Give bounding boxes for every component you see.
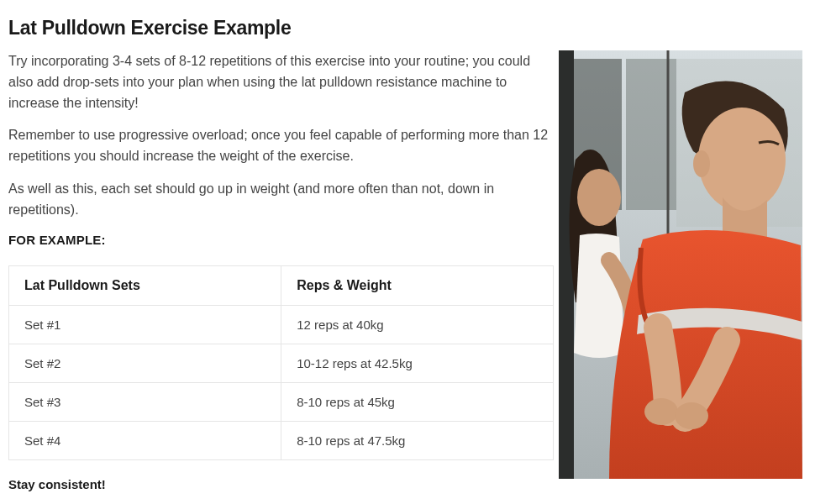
table-header-row: Lat Pulldown Sets Reps & Weight — [9, 265, 554, 305]
intro-paragraph-1: Try incorporating 3-4 sets of 8-12 repet… — [8, 51, 554, 113]
intro-paragraph-2: Remember to use progressive overload; on… — [8, 125, 554, 167]
hero-image — [559, 50, 802, 479]
table-header-reps: Reps & Weight — [281, 265, 554, 305]
closing-text: Stay consistent! — [8, 477, 554, 491]
example-label: FOR EXAMPLE: — [8, 233, 554, 247]
article-content: Lat Pulldown Exercise Example Try incorp… — [8, 17, 559, 487]
page-title: Lat Pulldown Exercise Example — [8, 17, 554, 39]
svg-point-9 — [693, 150, 710, 177]
svg-point-7 — [577, 169, 621, 226]
svg-point-8 — [698, 108, 786, 212]
sets-table: Lat Pulldown Sets Reps & Weight Set #1 1… — [8, 265, 554, 460]
set-cell: Set #1 — [9, 305, 281, 344]
set-cell: Set #4 — [9, 421, 281, 459]
detail-cell: 8-10 reps at 45kg — [281, 382, 554, 421]
set-cell: Set #3 — [9, 382, 281, 421]
detail-cell: 12 reps at 40kg — [281, 305, 554, 344]
svg-point-10 — [644, 398, 678, 425]
table-row: Set #2 10-12 reps at 42.5kg — [9, 344, 554, 382]
table-header-sets: Lat Pulldown Sets — [9, 265, 281, 305]
set-cell: Set #2 — [9, 344, 281, 382]
hero-image-column — [559, 17, 802, 487]
detail-cell: 8-10 reps at 47.5kg — [281, 421, 554, 459]
table-row: Set #4 8-10 reps at 47.5kg — [9, 421, 554, 459]
table-row: Set #3 8-10 reps at 45kg — [9, 382, 554, 421]
intro-paragraph-3: As well as this, each set should go up i… — [8, 179, 554, 221]
svg-point-11 — [675, 402, 708, 429]
table-row: Set #1 12 reps at 40kg — [9, 305, 554, 344]
detail-cell: 10-12 reps at 42.5kg — [281, 344, 554, 382]
